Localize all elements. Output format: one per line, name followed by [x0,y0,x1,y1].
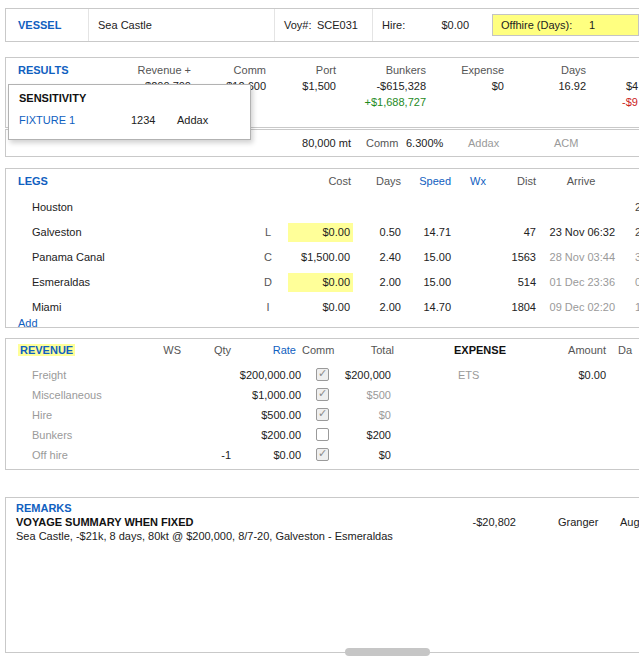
remarks-author: Granger [558,516,598,528]
legs-header-cost: Cost [291,175,351,187]
leg-cost-cell[interactable]: $0.00 [288,273,353,292]
vessel-section-label[interactable]: VESSEL [18,9,61,41]
revenue-row: Off hire -1 $0.00 $0 [6,445,639,465]
remarks-body[interactable]: Sea Castle, -$21k, 8 days, 80kt @ $200,0… [16,530,393,542]
revenue-row: Miscellaneous $1,000.00 $500 [6,385,639,405]
leg-arrive: 28 Nov 03:44 [541,245,615,270]
leg-cost-cell[interactable]: $0.00 [288,223,353,242]
offhire-days-label: Offhire (Days): [501,15,572,35]
leg-speed[interactable]: 15.00 [411,270,451,295]
divider [372,9,373,41]
leg-dist: 514 [501,270,536,295]
voyage-estimator-screen: VESSEL Sea Castle Voy#: SCE031 Hire: $0.… [0,0,639,658]
leg-type: C [261,245,275,270]
revenue-item-name: Freight [32,365,66,385]
offhire-days-field[interactable]: Offhire (Days): 1 [492,14,639,36]
cargo-comm-label: Comm [366,130,398,156]
leg-cost-cell[interactable]: $1,500.00 [288,248,353,267]
revenue-item-name: Bunkers [32,425,72,445]
leg-row: Galveston L $0.00 0.50 14.71 47 23 Nov 0… [6,220,639,245]
revenue-rate-cell[interactable]: $200.00 [221,425,301,445]
divider [274,9,275,41]
leg-dist: 1563 [501,245,536,270]
revenue-rate-cell[interactable]: $1,000.00 [221,385,301,405]
legs-section-label[interactable]: LEGS [18,175,48,187]
remarks-date: Aug [620,516,639,528]
revenue-rate-cell[interactable]: $200,000.00 [221,365,301,385]
leg-cost-cell[interactable]: $0.00 [288,298,353,317]
sensitivity-popup-title: SENSITIVITY [19,92,86,104]
revenue-comm-checkbox[interactable] [316,388,329,401]
voyage-number-label: Voy#: [284,9,312,41]
results-tce-value: $4 [626,80,638,92]
revenue-header-rate[interactable]: Rate [261,344,296,356]
leg-port-name[interactable]: Galveston [32,220,82,245]
revenue-comm-checkbox[interactable] [316,448,329,461]
horizontal-scrollbar-thumb[interactable] [345,648,430,656]
divider [88,9,89,41]
leg-dist: 1804 [501,295,536,320]
results-header-days: Days [526,64,586,76]
results-header-bunkers: Bunkers [356,64,426,76]
cargo-comm-value[interactable]: 6.300% [406,130,443,156]
results-section-label[interactable]: RESULTS [18,64,69,76]
revenue-row: Hire $500.00 $0 [6,405,639,425]
results-bunkers-adjustment: +$1,688,727 [346,96,426,108]
hire-value[interactable]: $0.00 [414,9,469,41]
remarks-section: REMARKS VOYAGE SUMMARY WHEN FIXED -$20,8… [5,497,639,653]
remarks-amount: -$20,802 [461,516,516,528]
cargo-charterer[interactable]: Addax [468,130,499,156]
revenue-comm-checkbox[interactable] [316,368,329,381]
revenue-row: Bunkers $200.00 $200 [6,425,639,445]
leg-port-name[interactable]: Houston [32,195,73,220]
leg-days: 2.00 [361,270,401,295]
leg-type: L [261,220,275,245]
results-expense-value: $0 [446,80,504,92]
revenue-header-qty: Qty [201,344,231,356]
revenue-rate-cell[interactable]: $0.00 [221,445,301,465]
leg-arrive: 23 Nov 06:32 [541,220,615,245]
remarks-section-label[interactable]: REMARKS [16,502,72,514]
legs-header-wx[interactable]: Wx [461,175,486,187]
add-leg-link[interactable]: Add [18,317,38,329]
revenue-total: $0 [341,405,391,425]
leg-days: 2.40 [361,245,401,270]
leg-type: D [261,270,275,295]
results-net-result: -$9 [622,96,638,108]
hire-label: Hire: [382,9,405,41]
legs-header-days: Days [361,175,401,187]
results-header-revenue[interactable]: Revenue + [111,64,191,76]
revenue-header-total: Total [356,344,394,356]
leg-speed[interactable]: 15.00 [411,245,451,270]
leg-depart-clipped: 1 [635,295,639,320]
revenue-comm-checkbox[interactable] [316,428,329,441]
leg-depart-clipped: 3 [635,245,639,270]
legs-section: LEGS Cost Days Speed Wx Dist Arrive Hous… [5,168,639,328]
revenue-comm-checkbox[interactable] [316,408,329,421]
fixture-1-link[interactable]: FIXTURE 1 [19,114,75,126]
leg-speed[interactable]: 14.71 [411,220,451,245]
leg-depart-clipped: 0 [635,270,639,295]
leg-speed[interactable]: 14.70 [411,295,451,320]
vessel-name-field[interactable]: Sea Castle [98,9,152,41]
leg-days: 2.00 [361,295,401,320]
expense-header-amount: Amount [551,344,606,356]
legs-header-speed[interactable]: Speed [411,175,451,187]
cargo-broker[interactable]: ACM [554,130,578,156]
revenue-section: REVENUE WS Qty Rate Comm Total EXPENSE A… [5,338,639,470]
leg-row: Miami I $0.00 2.00 14.70 1804 09 Dec 02:… [6,295,639,320]
voyage-number-value[interactable]: SCE031 [317,9,358,41]
results-header-comm: Comm [206,64,266,76]
results-port-value: $1,500 [276,80,336,92]
results-bunkers-value: -$615,328 [346,80,426,92]
results-header-expense: Expense [446,64,504,76]
revenue-rate-cell[interactable]: $500.00 [221,405,301,425]
leg-days: 0.50 [361,220,401,245]
revenue-item-name: Hire [32,405,52,425]
expense-amount-cell[interactable]: $0.00 [551,365,606,385]
leg-port-name[interactable]: Esmeraldas [32,270,90,295]
cargo-quantity[interactable]: 80,000 mt [271,130,351,156]
leg-port-name[interactable]: Panama Canal [32,245,105,270]
revenue-section-label[interactable]: REVENUE [18,344,75,356]
leg-depart-clipped: 2 [635,220,639,245]
